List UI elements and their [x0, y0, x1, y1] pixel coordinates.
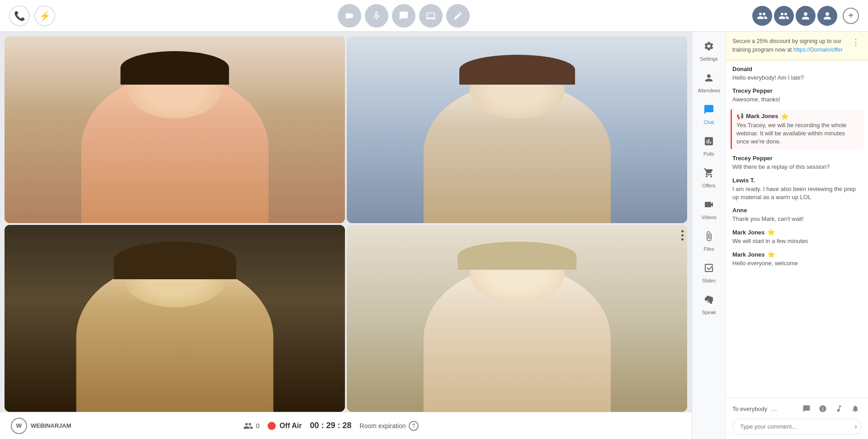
star-icon-1: ⭐ — [781, 113, 788, 120]
off-air-button[interactable]: Off Air — [268, 422, 302, 430]
top-bar-left: 📞 ⚡ — [9, 5, 55, 26]
nav-item-offers[interactable]: Offers — [694, 163, 724, 193]
bottom-center: 0 Off Air 00 : 29 : 28 Room expiration ? — [243, 421, 419, 431]
video-area: W WEBINARJAM 0 Off Air 00 : 29 : 28 Room… — [0, 32, 692, 439]
chat-sender-mark-2: Mark Jones ⭐ — [732, 229, 862, 236]
chat-text-trecey-2: Will there be a replay of this session? — [732, 163, 862, 171]
nav-item-slides[interactable]: Slides — [694, 258, 724, 288]
files-label: Files — [703, 246, 714, 252]
polls-icon — [703, 136, 714, 149]
chat-message-donald: Donald Hello everybody! Am I late? — [732, 66, 862, 82]
nav-item-polls[interactable]: Polls — [694, 131, 724, 161]
video-person-2 — [347, 36, 687, 223]
toolbar — [338, 4, 470, 28]
chat-message-lewis: Lewis T. I am ready. I have also been re… — [732, 177, 862, 201]
chat-sender-trecey-2: Trecey Pepper — [732, 155, 862, 162]
promo-link[interactable]: https://Domain/offer — [793, 47, 843, 53]
attendee-count-value: 0 — [256, 422, 259, 429]
phone-button[interactable]: 📞 — [9, 5, 30, 26]
chat-message-trecey-1: Trecey Pepper Awesome, thanks! — [732, 87, 862, 104]
chat-sender-mark-1: 📢 Mark Jones ⭐ — [736, 113, 859, 120]
nav-item-settings[interactable]: Settings — [694, 36, 724, 66]
chat-label: Chat — [703, 119, 714, 125]
screen-share-button[interactable] — [419, 4, 443, 28]
dot-1 — [681, 230, 684, 233]
files-icon — [703, 231, 714, 244]
nav-item-speak[interactable]: Speak — [694, 290, 724, 320]
nav-item-attendees[interactable]: Attendees — [694, 68, 724, 98]
chat-text-trecey-1: Awesome, thanks! — [732, 95, 862, 104]
bolt-button[interactable]: ⚡ — [34, 5, 55, 26]
top-bar: 📞 ⚡ — [0, 0, 868, 32]
chat-message-mark-highlighted: 📢 Mark Jones ⭐ Yes Tracey, we will be re… — [731, 109, 863, 150]
promo-menu-button[interactable]: ⋮ — [850, 37, 862, 47]
chat-input-area: To everybody ... — [726, 397, 868, 439]
video-grid — [0, 32, 692, 412]
webinarjam-logo: W WEBINARJAM — [11, 418, 71, 434]
nav-item-chat[interactable]: Chat — [694, 100, 724, 129]
video-cell-2 — [347, 36, 687, 223]
chat-messages: Donald Hello everybody! Am I late? Trece… — [726, 60, 868, 398]
chat-action-icon-1[interactable] — [800, 402, 813, 415]
nav-item-files[interactable]: Files — [694, 226, 724, 256]
to-everybody-label: To everybody — [732, 406, 767, 412]
chat-icon — [703, 104, 714, 118]
slides-icon — [703, 262, 714, 276]
offers-icon — [703, 167, 714, 181]
logo-circle: W — [11, 418, 27, 434]
brand-name: WEBINARJAM — [31, 422, 71, 429]
settings-label: Settings — [700, 56, 718, 62]
chat-sender-lewis: Lewis T. — [732, 177, 862, 184]
chat-sender-donald: Donald — [732, 66, 862, 72]
timer: 00 : 29 : 28 — [310, 421, 352, 430]
video-cell-4 — [347, 225, 687, 412]
more-options-button[interactable] — [679, 227, 685, 244]
pencil-button[interactable] — [446, 4, 470, 28]
chat-input-row: To everybody ... — [732, 402, 862, 415]
video-person-3 — [5, 225, 345, 412]
chat-sender-trecey-1: Trecey Pepper — [732, 87, 862, 94]
chat-toggle-button[interactable] — [392, 4, 415, 28]
help-circle: ? — [409, 421, 419, 431]
star-icon-2: ⭐ — [767, 229, 775, 236]
dot-2 — [681, 234, 684, 237]
chat-text-mark-2: We will start in a few minutes — [732, 237, 862, 245]
chat-sender-anne: Anne — [732, 207, 862, 214]
room-expiration[interactable]: Room expiration ? — [360, 421, 419, 431]
nav-item-videos[interactable]: Videos — [694, 195, 724, 224]
chat-text-anne: Thank you Mark, can't wait! — [732, 215, 862, 223]
speak-label: Speak — [702, 310, 716, 315]
chat-comment-input[interactable] — [732, 419, 862, 434]
dot-3 — [681, 239, 684, 241]
chat-message-anne: Anne Thank you Mark, can't wait! — [732, 207, 862, 223]
chat-action-icon-4[interactable] — [849, 402, 862, 415]
attendee-count: 0 — [243, 421, 259, 431]
right-sidebar: Settings Attendees Chat Polls — [692, 32, 868, 439]
ellipsis-button[interactable]: ... — [771, 405, 777, 413]
sidebar-nav: Settings Attendees Chat Polls — [692, 32, 726, 439]
top-bar-right: + — [752, 6, 859, 26]
video-toggle-button[interactable] — [338, 4, 361, 28]
speak-icon — [703, 294, 714, 308]
off-air-label: Off Air — [279, 422, 302, 430]
attendee-avatar-4 — [817, 6, 837, 26]
chat-message-trecey-2: Trecey Pepper Will there be a replay of … — [732, 155, 862, 171]
settings-icon — [703, 41, 714, 54]
slides-label: Slides — [702, 278, 716, 283]
chat-action-icon-3[interactable] — [833, 402, 845, 415]
chat-panel: Secure a 25% discount by signing up to o… — [726, 32, 868, 439]
promo-text: Secure a 25% discount by signing up to o… — [732, 37, 850, 54]
chat-send-button[interactable]: › — [854, 422, 857, 431]
megaphone-icon: 📢 — [736, 113, 744, 119]
promo-banner: Secure a 25% discount by signing up to o… — [726, 32, 868, 60]
video-cell-1 — [5, 36, 345, 223]
chat-action-icon-2[interactable] — [816, 402, 829, 415]
chat-message-mark-3: Mark Jones ⭐ Hello everyone, welcome — [732, 251, 862, 267]
attendees-icon — [703, 72, 714, 86]
video-person-4 — [347, 225, 687, 412]
mic-toggle-button[interactable] — [365, 4, 388, 28]
add-attendee-button[interactable]: + — [843, 8, 859, 24]
input-action-icons — [800, 402, 862, 415]
video-person-1 — [5, 36, 345, 223]
videos-label: Videos — [701, 215, 716, 220]
